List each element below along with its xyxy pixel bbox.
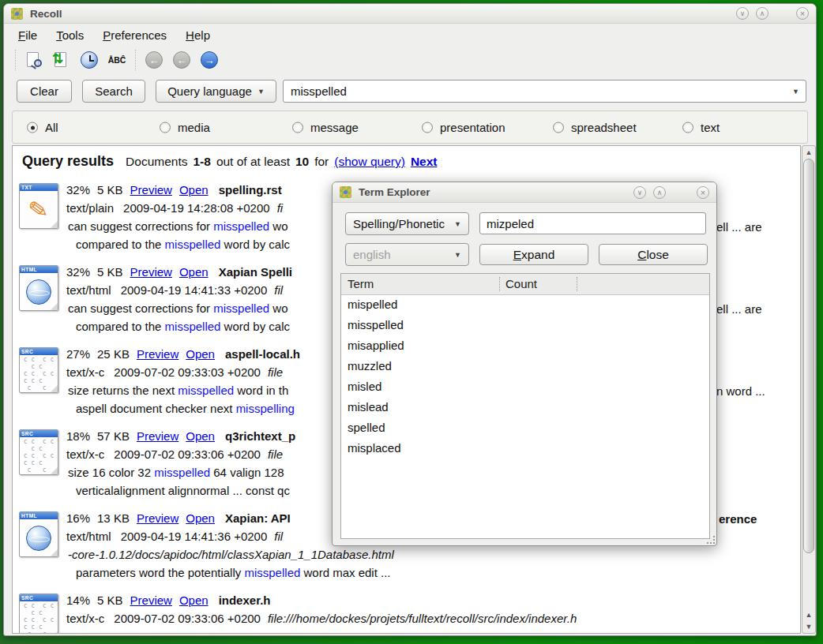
- main-titlebar[interactable]: Recoll ∨ ∧ ×: [4, 4, 816, 24]
- resize-grip[interactable]: [707, 536, 715, 544]
- open-link[interactable]: Open: [186, 511, 215, 525]
- relevance-percent: 14%: [66, 593, 90, 607]
- radio-icon[interactable]: [292, 122, 303, 133]
- minimize-button[interactable]: ∨: [736, 7, 749, 20]
- expand-button[interactable]: Expand: [479, 244, 588, 265]
- preview-link[interactable]: Preview: [137, 429, 179, 443]
- term-input-field[interactable]: [479, 212, 706, 234]
- search-row: Clear Search Query language ▼ ▼: [4, 74, 816, 109]
- clear-button[interactable]: Clear: [17, 80, 72, 103]
- relevance-percent: 18%: [66, 429, 90, 443]
- column-term[interactable]: Term: [348, 277, 374, 290]
- file-size: 5 KB: [97, 265, 123, 279]
- open-link[interactable]: Open: [186, 429, 215, 443]
- radio-icon[interactable]: [160, 122, 171, 133]
- doc-date: 2009-04-19 14:41:36 +0200: [121, 530, 268, 543]
- nav-previous-page-button[interactable]: ←: [171, 50, 192, 70]
- dialog-close-button[interactable]: ×: [697, 186, 709, 199]
- term-row[interactable]: misplaced: [341, 439, 709, 459]
- recoll-app-icon: [11, 8, 23, 20]
- chevron-down-icon[interactable]: ▼: [792, 88, 799, 95]
- open-link[interactable]: Open: [186, 347, 215, 361]
- term-row[interactable]: muzzled: [341, 357, 709, 377]
- preview-document-button[interactable]: [24, 50, 44, 70]
- nav-next-page-button[interactable]: →: [199, 50, 220, 70]
- filter-spreadsheet[interactable]: spreadsheet: [553, 121, 637, 134]
- doc-date: 2009-04-19 14:28:08 +0200: [123, 201, 270, 215]
- radio-icon[interactable]: [682, 122, 693, 133]
- scroll-up-arrow[interactable]: ▲: [802, 609, 815, 620]
- term-explorer-button[interactable]: ÅBĈ: [107, 50, 127, 70]
- snippet-fragment: n word ...: [716, 384, 765, 398]
- radio-icon[interactable]: [422, 122, 433, 133]
- term-input[interactable]: [480, 213, 705, 234]
- mime-type: text/x-c: [66, 365, 104, 379]
- open-link[interactable]: Open: [179, 265, 209, 279]
- doc-date: 2009-07-02 09:33:06 +0200: [114, 612, 261, 625]
- term-table[interactable]: Term Count mispelled misspelled misappli…: [340, 273, 710, 539]
- mime-type: text/html: [66, 283, 111, 297]
- filetype-icon-html[interactable]: HTML: [19, 511, 58, 557]
- relevance-percent: 16%: [66, 511, 90, 525]
- open-link[interactable]: Open: [179, 593, 209, 607]
- filetype-icon-src[interactable]: SRC c c c c c c c c c c c c c c c: [19, 429, 58, 475]
- results-header: Query results Documents 1-8 out of at le…: [22, 153, 437, 170]
- file-url: file:///home/dockes/projets/fulltext/rec…: [268, 612, 577, 625]
- preview-link[interactable]: Preview: [130, 265, 172, 279]
- preview-link[interactable]: Preview: [130, 183, 172, 197]
- search-input[interactable]: [284, 84, 787, 98]
- nav-first-page-button[interactable]: ←: [144, 50, 164, 70]
- term-row[interactable]: mispelled: [341, 295, 709, 316]
- filter-presentation[interactable]: presentation: [422, 121, 505, 134]
- language-dropdown[interactable]: english ▼: [345, 243, 469, 266]
- maximize-button[interactable]: ∧: [756, 7, 769, 20]
- file-url: fil: [274, 283, 283, 297]
- history-button[interactable]: [79, 50, 100, 70]
- menu-help[interactable]: Help: [186, 28, 210, 42]
- dialog-minimize-button[interactable]: ∨: [633, 186, 646, 199]
- dialog-titlebar[interactable]: Term Explorer ∨ ∧ ×: [333, 182, 716, 203]
- menu-file[interactable]: File: [18, 28, 37, 42]
- preview-link[interactable]: Preview: [137, 347, 179, 361]
- dialog-maximize-button[interactable]: ∧: [653, 186, 666, 199]
- filter-message[interactable]: message: [292, 121, 359, 134]
- expansion-mode-dropdown[interactable]: Spelling/Phonetic ▼: [345, 212, 469, 235]
- scroll-up-arrow[interactable]: ▲: [802, 147, 815, 158]
- filetype-icon-src[interactable]: SRC c c c c c c c c c c c c c c c: [19, 347, 58, 393]
- preview-link[interactable]: Preview: [130, 593, 172, 607]
- scroll-down-arrow[interactable]: ▼: [802, 621, 815, 632]
- menu-tools[interactable]: Tools: [56, 28, 84, 42]
- results-title: Query results: [22, 153, 114, 170]
- term-row[interactable]: spelled: [341, 418, 709, 439]
- term-row[interactable]: misled: [341, 377, 709, 398]
- file-url: fi: [277, 201, 284, 215]
- term-row[interactable]: mislead: [341, 398, 709, 418]
- close-dialog-button[interactable]: Close: [599, 244, 708, 265]
- search-entry-combo[interactable]: ▼: [283, 80, 806, 103]
- filetype-icon-html[interactable]: HTML: [19, 265, 58, 311]
- result-title: spelling.rst: [219, 183, 282, 197]
- column-count[interactable]: Count: [505, 277, 537, 290]
- preview-link[interactable]: Preview: [137, 511, 179, 525]
- term-row[interactable]: misapplied: [341, 336, 709, 357]
- radio-icon[interactable]: [27, 122, 38, 133]
- snippet-line: size returns the next misspelled word in…: [68, 384, 288, 401]
- filetype-icon-txt[interactable]: TXT ✎: [19, 183, 58, 229]
- open-link[interactable]: Open: [179, 183, 209, 197]
- close-button[interactable]: ×: [796, 7, 809, 20]
- search-button[interactable]: Search: [82, 80, 145, 103]
- menu-preferences[interactable]: Preferences: [103, 28, 167, 42]
- filter-text[interactable]: text: [682, 121, 720, 134]
- radio-icon[interactable]: [553, 122, 564, 133]
- filetype-icon-src[interactable]: SRC c c c c c c c c c c c c c c c: [19, 593, 58, 634]
- window-title: Recoll: [30, 8, 62, 20]
- filter-all[interactable]: All: [27, 121, 58, 134]
- query-mode-dropdown[interactable]: Query language ▼: [156, 80, 276, 103]
- show-query-link[interactable]: (show query): [334, 155, 405, 169]
- scrollbar-thumb[interactable]: [803, 159, 814, 553]
- filter-media[interactable]: media: [160, 121, 210, 134]
- next-page-link[interactable]: Next: [411, 155, 438, 169]
- term-row[interactable]: misspelled: [341, 316, 709, 336]
- results-scrollbar[interactable]: ▲ ▲ ▼: [802, 145, 816, 634]
- sort-results-button[interactable]: ⇅: [51, 50, 72, 70]
